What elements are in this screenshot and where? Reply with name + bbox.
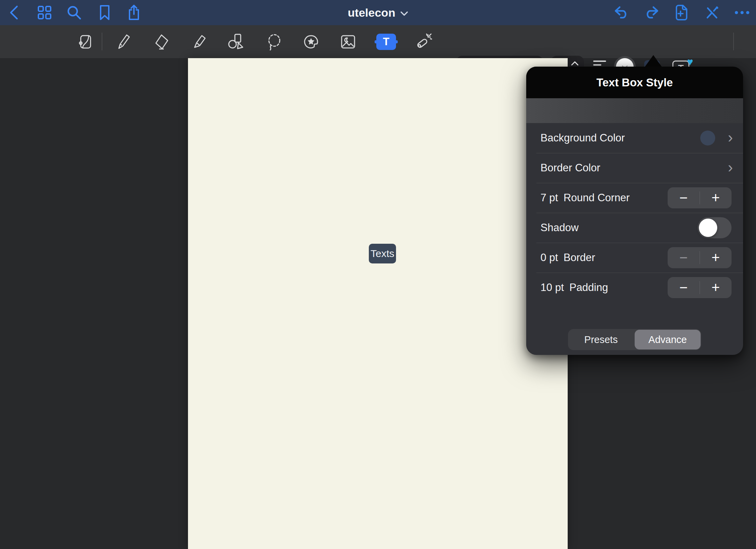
laser-pointer-icon[interactable] xyxy=(413,32,433,52)
toggle-knob xyxy=(699,219,717,237)
highlighter-icon[interactable] xyxy=(190,32,209,52)
border-width-minus-button[interactable]: − xyxy=(668,247,700,268)
pen-icon[interactable] xyxy=(114,32,134,52)
row-label: Round Corner xyxy=(564,192,630,204)
row-separator xyxy=(536,243,743,243)
panel-header: Text Box Style xyxy=(526,67,743,98)
popover-arrow xyxy=(645,55,662,67)
row-separator xyxy=(536,213,743,213)
advance-button[interactable]: Advance xyxy=(635,330,701,349)
sticker-icon[interactable] xyxy=(301,32,321,52)
heart-icon: ♥ xyxy=(687,56,693,68)
search-icon[interactable] xyxy=(66,4,82,21)
padding-value: 10 pt xyxy=(540,281,564,294)
row-label: Shadow xyxy=(540,222,579,234)
presets-button[interactable]: Presets xyxy=(568,329,634,350)
row-padding: 10 pt Padding − + xyxy=(526,273,743,303)
text-tool-icon[interactable]: T xyxy=(376,34,396,50)
row-separator xyxy=(536,273,743,273)
border-width-plus-button[interactable]: + xyxy=(700,247,732,268)
chevron-right-icon: › xyxy=(728,130,733,145)
padding-stepper: − + xyxy=(668,277,732,298)
pan-page-icon[interactable] xyxy=(76,32,96,52)
style-preview-strip xyxy=(526,98,743,123)
chevron-down-icon xyxy=(400,11,408,16)
bookmark-icon[interactable] xyxy=(97,4,113,21)
redo-icon[interactable] xyxy=(643,4,660,21)
toolbar-separator xyxy=(102,33,102,50)
document-title[interactable]: utelecon xyxy=(348,6,408,19)
undo-icon[interactable] xyxy=(613,4,630,21)
notebook-page[interactable] xyxy=(188,58,568,549)
shapes-icon[interactable] xyxy=(226,32,246,52)
text-box-style-panel: Text Box Style Background Color › Border… xyxy=(526,67,743,355)
toolbar-separator xyxy=(733,33,734,50)
round-corner-stepper: − + xyxy=(668,187,732,208)
row-border-width: 0 pt Border − + xyxy=(526,243,743,273)
thumbnails-grid-icon[interactable] xyxy=(36,4,53,21)
lasso-icon[interactable] xyxy=(264,32,284,52)
toolbar: T HiraginoSans-... 16 T ♥ xyxy=(0,25,756,58)
text-box[interactable]: Texts xyxy=(369,244,396,263)
round-corner-value: 7 pt xyxy=(540,192,558,204)
padding-plus-button[interactable]: + xyxy=(700,277,732,298)
round-corner-plus-button[interactable]: + xyxy=(700,187,732,208)
row-label: Background Color xyxy=(540,132,625,144)
row-separator xyxy=(536,153,743,153)
row-background-color[interactable]: Background Color › xyxy=(526,123,743,153)
padding-minus-button[interactable]: − xyxy=(668,277,700,298)
row-label: Border Color xyxy=(540,162,600,174)
round-corner-minus-button[interactable]: − xyxy=(668,187,700,208)
shadow-toggle[interactable] xyxy=(698,217,732,238)
row-round-corner: 7 pt Round Corner − + xyxy=(526,183,743,213)
back-chevron-icon[interactable] xyxy=(6,4,22,21)
chevron-right-icon: › xyxy=(728,160,733,175)
image-icon[interactable] xyxy=(338,32,358,52)
document-title-label: utelecon xyxy=(348,6,395,19)
pen-cross-icon[interactable] xyxy=(704,4,720,21)
row-separator xyxy=(536,183,743,183)
text-tool-label: T xyxy=(383,36,390,48)
row-label: Border xyxy=(564,252,595,264)
background-color-swatch[interactable] xyxy=(700,131,715,145)
row-shadow: Shadow xyxy=(526,213,743,243)
panel-footer-segmented-control: Presets Advance xyxy=(568,329,701,350)
add-page-icon[interactable] xyxy=(673,4,689,21)
more-ellipsis-icon[interactable] xyxy=(734,4,750,21)
panel-title: Text Box Style xyxy=(597,76,673,89)
text-box-content: Texts xyxy=(371,248,394,259)
row-label: Padding xyxy=(569,281,608,294)
share-icon[interactable] xyxy=(126,4,142,21)
eraser-icon[interactable] xyxy=(152,32,171,52)
panel-rows: Background Color › Border Color › 7 pt R… xyxy=(526,123,743,303)
navbar: utelecon xyxy=(0,0,756,25)
row-border-color[interactable]: Border Color › xyxy=(526,153,743,183)
border-width-stepper: − + xyxy=(668,247,732,268)
border-width-value: 0 pt xyxy=(540,252,558,264)
